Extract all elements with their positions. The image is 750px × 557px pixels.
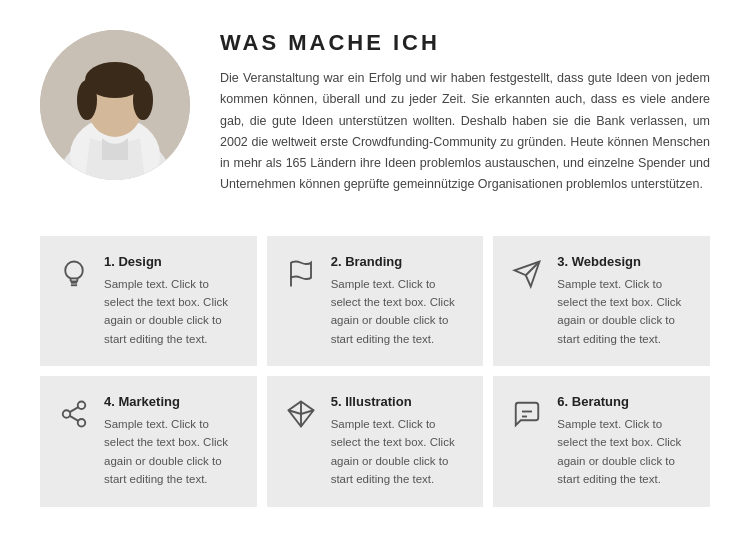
card-marketing-title: 4. Marketing [104,394,241,409]
text-section: WAS MACHE ICH Die Veranstaltung war ein … [220,30,710,196]
card-webdesign-title: 3. Webdesign [557,254,694,269]
services-grid: 1. Design Sample text. Click to select t… [40,236,710,507]
card-illustration[interactable]: 5. Illustration Sample text. Click to se… [267,376,484,507]
card-beratung-text: Sample text. Click to select the text bo… [557,415,694,489]
svg-line-18 [70,416,79,421]
card-branding[interactable]: 2. Branding Sample text. Click to select… [267,236,484,367]
chat-icon [509,396,545,432]
lightbulb-icon [56,256,92,292]
card-beratung-title: 6. Beratung [557,394,694,409]
flag-icon [283,256,319,292]
card-webdesign[interactable]: 3. Webdesign Sample text. Click to selec… [493,236,710,367]
card-illustration-content: 5. Illustration Sample text. Click to se… [331,394,468,489]
intro-body: Die Veranstaltung war ein Erfolg und wir… [220,68,710,196]
diamond-icon [283,396,319,432]
card-webdesign-text: Sample text. Click to select the text bo… [557,275,694,349]
card-design-content: 1. Design Sample text. Click to select t… [104,254,241,349]
card-illustration-text: Sample text. Click to select the text bo… [331,415,468,489]
card-marketing-text: Sample text. Click to select the text bo… [104,415,241,489]
card-marketing-content: 4. Marketing Sample text. Click to selec… [104,394,241,489]
top-section: WAS MACHE ICH Die Veranstaltung war ein … [40,30,710,196]
card-design[interactable]: 1. Design Sample text. Click to select t… [40,236,257,367]
page-wrapper: WAS MACHE ICH Die Veranstaltung war ein … [0,0,750,537]
card-design-text: Sample text. Click to select the text bo… [104,275,241,349]
svg-point-15 [78,402,86,410]
card-beratung-content: 6. Beratung Sample text. Click to select… [557,394,694,489]
svg-point-8 [133,80,153,120]
card-branding-text: Sample text. Click to select the text bo… [331,275,468,349]
card-branding-title: 2. Branding [331,254,468,269]
card-illustration-title: 5. Illustration [331,394,468,409]
card-design-title: 1. Design [104,254,241,269]
svg-point-16 [63,410,71,418]
svg-point-7 [77,80,97,120]
page-title: WAS MACHE ICH [220,30,710,56]
card-beratung[interactable]: 6. Beratung Sample text. Click to select… [493,376,710,507]
avatar [40,30,190,180]
svg-point-17 [78,419,86,427]
card-branding-content: 2. Branding Sample text. Click to select… [331,254,468,349]
card-marketing[interactable]: 4. Marketing Sample text. Click to selec… [40,376,257,507]
share-icon [56,396,92,432]
send-icon [509,256,545,292]
svg-line-19 [70,407,79,412]
card-webdesign-content: 3. Webdesign Sample text. Click to selec… [557,254,694,349]
